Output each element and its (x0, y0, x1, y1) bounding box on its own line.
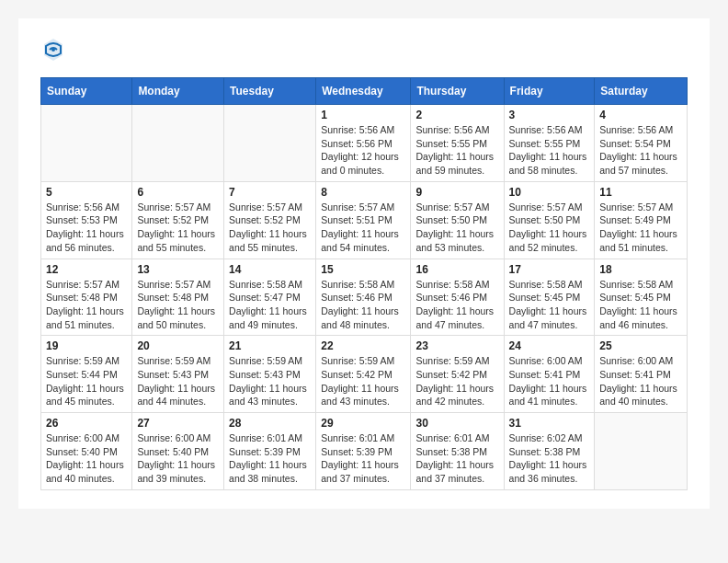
day-info: Sunrise: 6:00 AM Sunset: 5:40 PM Dayligh… (46, 431, 127, 486)
day-info: Sunrise: 5:59 AM Sunset: 5:42 PM Dayligh… (415, 354, 498, 408)
day-number: 8 (321, 186, 405, 199)
weekday-header-friday: Friday (504, 78, 595, 105)
calendar-cell: 28Sunrise: 6:01 AM Sunset: 5:39 PM Dayli… (224, 413, 316, 490)
svg-point-0 (51, 48, 55, 52)
day-info: Sunrise: 5:58 AM Sunset: 5:46 PM Dayligh… (415, 278, 498, 332)
calendar-cell: 19Sunrise: 5:59 AM Sunset: 5:44 PM Dayli… (41, 336, 132, 413)
day-number: 3 (509, 109, 590, 121)
day-number: 12 (46, 263, 127, 276)
day-number: 24 (509, 339, 590, 352)
calendar-week-3: 12Sunrise: 5:57 AM Sunset: 5:48 PM Dayli… (41, 259, 688, 336)
calendar-week-4: 19Sunrise: 5:59 AM Sunset: 5:44 PM Dayli… (41, 336, 688, 413)
day-number: 17 (509, 263, 590, 276)
calendar-cell: 7Sunrise: 5:57 AM Sunset: 5:52 PM Daylig… (224, 181, 316, 259)
calendar-cell: 25Sunrise: 6:00 AM Sunset: 5:41 PM Dayli… (595, 336, 688, 413)
calendar-cell: 29Sunrise: 6:01 AM Sunset: 5:39 PM Dayli… (316, 413, 411, 490)
day-number: 20 (137, 339, 219, 352)
day-info: Sunrise: 5:57 AM Sunset: 5:48 PM Dayligh… (137, 278, 219, 332)
day-number: 13 (137, 263, 219, 276)
day-info: Sunrise: 5:58 AM Sunset: 5:45 PM Dayligh… (509, 278, 590, 332)
calendar-week-1: 1Sunrise: 5:56 AM Sunset: 5:56 PM Daylig… (41, 105, 688, 182)
calendar-cell: 10Sunrise: 5:57 AM Sunset: 5:50 PM Dayli… (504, 181, 595, 259)
day-info: Sunrise: 5:57 AM Sunset: 5:50 PM Dayligh… (509, 201, 590, 255)
day-number: 1 (321, 109, 405, 121)
day-info: Sunrise: 5:57 AM Sunset: 5:51 PM Dayligh… (321, 201, 405, 255)
day-number: 10 (509, 186, 590, 199)
calendar-cell: 27Sunrise: 6:00 AM Sunset: 5:40 PM Dayli… (132, 413, 224, 490)
day-number: 29 (321, 417, 405, 430)
calendar-cell (224, 105, 316, 182)
calendar-cell: 3Sunrise: 5:56 AM Sunset: 5:55 PM Daylig… (504, 105, 595, 182)
day-info: Sunrise: 5:56 AM Sunset: 5:55 PM Dayligh… (509, 123, 590, 178)
day-number: 4 (599, 109, 682, 121)
day-info: Sunrise: 5:56 AM Sunset: 5:55 PM Dayligh… (415, 123, 498, 178)
weekday-header-wednesday: Wednesday (316, 78, 411, 105)
day-number: 31 (509, 417, 590, 430)
calendar-cell: 13Sunrise: 5:57 AM Sunset: 5:48 PM Dayli… (132, 259, 224, 336)
day-info: Sunrise: 5:56 AM Sunset: 5:53 PM Dayligh… (46, 201, 127, 255)
day-number: 23 (415, 339, 498, 352)
calendar-cell: 8Sunrise: 5:57 AM Sunset: 5:51 PM Daylig… (316, 181, 411, 259)
weekday-header-tuesday: Tuesday (224, 78, 316, 105)
calendar-cell (595, 413, 688, 490)
calendar-cell: 16Sunrise: 5:58 AM Sunset: 5:46 PM Dayli… (411, 259, 504, 336)
day-number: 2 (415, 109, 498, 121)
calendar-cell: 12Sunrise: 5:57 AM Sunset: 5:48 PM Dayli… (41, 259, 132, 336)
weekday-header-sunday: Sunday (41, 78, 132, 105)
calendar-week-2: 5Sunrise: 5:56 AM Sunset: 5:53 PM Daylig… (41, 181, 688, 259)
day-info: Sunrise: 6:00 AM Sunset: 5:41 PM Dayligh… (599, 354, 682, 408)
day-number: 26 (46, 417, 127, 430)
day-info: Sunrise: 5:59 AM Sunset: 5:43 PM Dayligh… (229, 354, 311, 408)
day-info: Sunrise: 5:56 AM Sunset: 5:54 PM Dayligh… (599, 123, 682, 178)
day-info: Sunrise: 5:58 AM Sunset: 5:47 PM Dayligh… (229, 278, 311, 332)
day-info: Sunrise: 5:57 AM Sunset: 5:49 PM Dayligh… (599, 201, 682, 255)
day-info: Sunrise: 5:57 AM Sunset: 5:52 PM Dayligh… (137, 201, 219, 255)
day-info: Sunrise: 5:59 AM Sunset: 5:44 PM Dayligh… (46, 354, 127, 408)
day-info: Sunrise: 5:57 AM Sunset: 5:48 PM Dayligh… (46, 278, 127, 332)
calendar-cell: 30Sunrise: 6:01 AM Sunset: 5:38 PM Dayli… (411, 413, 504, 490)
calendar-week-5: 26Sunrise: 6:00 AM Sunset: 5:40 PM Dayli… (41, 413, 688, 490)
day-info: Sunrise: 5:57 AM Sunset: 5:52 PM Dayligh… (229, 201, 311, 255)
logo (40, 37, 72, 63)
header (40, 37, 688, 63)
day-number: 11 (599, 186, 682, 199)
logo-icon (40, 37, 66, 63)
calendar-cell (41, 105, 132, 182)
day-info: Sunrise: 5:58 AM Sunset: 5:45 PM Dayligh… (599, 278, 682, 332)
calendar-cell (132, 105, 224, 182)
calendar-cell: 2Sunrise: 5:56 AM Sunset: 5:55 PM Daylig… (411, 105, 504, 182)
day-number: 27 (137, 417, 219, 430)
day-info: Sunrise: 6:02 AM Sunset: 5:38 PM Dayligh… (509, 431, 590, 486)
day-number: 16 (415, 263, 498, 276)
calendar-cell: 21Sunrise: 5:59 AM Sunset: 5:43 PM Dayli… (224, 336, 316, 413)
day-info: Sunrise: 6:01 AM Sunset: 5:39 PM Dayligh… (229, 431, 311, 486)
calendar-cell: 23Sunrise: 5:59 AM Sunset: 5:42 PM Dayli… (411, 336, 504, 413)
day-number: 5 (46, 186, 127, 199)
weekday-header-thursday: Thursday (411, 78, 504, 105)
day-info: Sunrise: 5:59 AM Sunset: 5:43 PM Dayligh… (137, 354, 219, 408)
calendar-cell: 1Sunrise: 5:56 AM Sunset: 5:56 PM Daylig… (316, 105, 411, 182)
calendar-cell: 22Sunrise: 5:59 AM Sunset: 5:42 PM Dayli… (316, 336, 411, 413)
day-info: Sunrise: 5:59 AM Sunset: 5:42 PM Dayligh… (321, 354, 405, 408)
day-info: Sunrise: 6:01 AM Sunset: 5:39 PM Dayligh… (321, 431, 405, 486)
day-number: 22 (321, 339, 405, 352)
day-info: Sunrise: 5:56 AM Sunset: 5:56 PM Dayligh… (321, 123, 405, 178)
day-number: 7 (229, 186, 311, 199)
day-number: 14 (229, 263, 311, 276)
day-info: Sunrise: 6:00 AM Sunset: 5:40 PM Dayligh… (137, 431, 219, 486)
day-info: Sunrise: 6:01 AM Sunset: 5:38 PM Dayligh… (415, 431, 498, 486)
day-number: 9 (415, 186, 498, 199)
day-number: 28 (229, 417, 311, 430)
weekday-header-row: SundayMondayTuesdayWednesdayThursdayFrid… (41, 78, 688, 105)
calendar-cell: 15Sunrise: 5:58 AM Sunset: 5:46 PM Dayli… (316, 259, 411, 336)
calendar-cell: 31Sunrise: 6:02 AM Sunset: 5:38 PM Dayli… (504, 413, 595, 490)
weekday-header-monday: Monday (132, 78, 224, 105)
calendar-cell: 6Sunrise: 5:57 AM Sunset: 5:52 PM Daylig… (132, 181, 224, 259)
calendar-cell: 4Sunrise: 5:56 AM Sunset: 5:54 PM Daylig… (595, 105, 688, 182)
day-info: Sunrise: 5:58 AM Sunset: 5:46 PM Dayligh… (321, 278, 405, 332)
calendar-table: SundayMondayTuesdayWednesdayThursdayFrid… (40, 77, 688, 490)
weekday-header-saturday: Saturday (595, 78, 688, 105)
calendar-cell: 20Sunrise: 5:59 AM Sunset: 5:43 PM Dayli… (132, 336, 224, 413)
calendar-cell: 24Sunrise: 6:00 AM Sunset: 5:41 PM Dayli… (504, 336, 595, 413)
calendar-cell: 18Sunrise: 5:58 AM Sunset: 5:45 PM Dayli… (595, 259, 688, 336)
